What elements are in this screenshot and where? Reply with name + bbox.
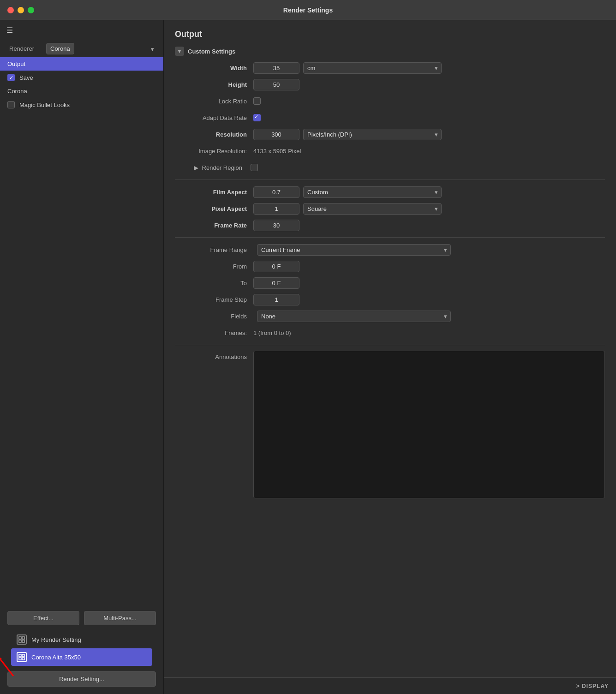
sidebar-item-magic-bullet-label: Magic Bullet Looks: [19, 102, 70, 108]
film-aspect-input[interactable]: [253, 186, 299, 198]
from-row: From: [175, 260, 605, 273]
from-label: From: [175, 263, 253, 270]
fields-row: Fields NoneEvenOdd: [175, 310, 605, 323]
multi-pass-button[interactable]: Multi-Pass...: [84, 611, 156, 625]
panel-title: Output: [175, 30, 605, 39]
menu-icon[interactable]: ☰: [0, 20, 163, 40]
custom-settings-header: ▼ Custom Settings: [175, 47, 605, 56]
render-region-row: ▶ Render Region: [175, 161, 605, 174]
resolution-unit-wrap: Pixels/Inch (DPI)Pixels/cm: [303, 129, 442, 140]
from-input[interactable]: [253, 261, 299, 272]
render-region-checkbox[interactable]: [251, 164, 258, 171]
frame-step-input[interactable]: [253, 294, 299, 305]
width-unit-select[interactable]: cmmmpxin: [303, 62, 442, 74]
width-row: Width cmmmpxin: [175, 61, 605, 74]
render-items-list: My Render Setting Corona Alta 35x50: [7, 631, 156, 666]
render-region-expand-placeholder: ▶ Render Region: [175, 164, 244, 171]
close-button[interactable]: [7, 7, 14, 13]
right-panel: Output ▼ Custom Settings Width cmmmpxin …: [164, 20, 616, 694]
height-row: Height: [175, 78, 605, 91]
width-unit-wrap: cmmmpxin: [303, 62, 442, 74]
display-button[interactable]: > DISPLAY: [576, 683, 609, 689]
effect-button[interactable]: Effect...: [7, 611, 79, 625]
svg-line-8: [0, 655, 13, 676]
svg-rect-1: [22, 637, 24, 639]
fields-select-wrap: NoneEvenOdd: [257, 311, 451, 322]
annotations-label: Annotations: [175, 351, 253, 360]
film-aspect-select-wrap: CustomHDTV35mm Academy: [303, 186, 442, 198]
image-resolution-row: Image Resolution: 4133 x 5905 Pixel: [175, 144, 605, 157]
fields-select[interactable]: NoneEvenOdd: [257, 311, 451, 322]
divider-2: [175, 237, 605, 238]
save-checkbox[interactable]: [7, 74, 15, 81]
pixel-aspect-select[interactable]: SquareD1/DV NTSC: [303, 203, 442, 215]
sidebar-item-output[interactable]: Output: [0, 57, 163, 71]
minimize-button[interactable]: [18, 7, 24, 13]
to-label: To: [175, 280, 253, 287]
sidebar: ☰ Renderer Corona Output Save Corona Mag…: [0, 20, 164, 694]
lock-ratio-checkbox[interactable]: [253, 97, 261, 105]
frames-label: Frames:: [175, 329, 253, 336]
adapt-data-rate-row: Adapt Data Rate: [175, 111, 605, 124]
resolution-unit-select[interactable]: Pixels/Inch (DPI)Pixels/cm: [303, 129, 442, 140]
render-region-label: Render Region: [202, 164, 242, 171]
renderer-select-wrap: Corona: [46, 43, 158, 54]
sidebar-item-save-label: Save: [19, 74, 33, 81]
annotations-row: Annotations: [175, 351, 605, 498]
sidebar-bottom: Effect... Multi-Pass... My Render Settin…: [0, 604, 163, 694]
frame-step-row: Frame Step: [175, 293, 605, 306]
frame-rate-row: Frame Rate: [175, 219, 605, 232]
magic-bullet-checkbox[interactable]: [7, 101, 15, 108]
frame-rate-input[interactable]: [253, 220, 299, 231]
sidebar-item-corona-label: Corona: [7, 88, 27, 95]
fields-label: Fields: [175, 313, 253, 320]
annotations-textarea[interactable]: [253, 351, 605, 498]
frames-value: 1 (from 0 to 0): [253, 329, 291, 336]
width-label: Width: [175, 65, 253, 72]
to-row: To: [175, 276, 605, 289]
frame-range-row: Frame Range Current FrameAll FramesPrevi…: [175, 243, 605, 256]
display-bar: > DISPLAY: [164, 677, 616, 694]
to-input[interactable]: [253, 277, 299, 289]
adapt-data-rate-checkbox[interactable]: [253, 114, 261, 121]
sidebar-item-magic-bullet[interactable]: Magic Bullet Looks: [0, 98, 163, 112]
render-setting-button[interactable]: Render Setting...: [7, 671, 156, 687]
sidebar-item-output-label: Output: [7, 60, 25, 67]
image-resolution-value: 4133 x 5905 Pixel: [253, 148, 301, 155]
width-input[interactable]: [253, 62, 299, 74]
lock-ratio-row: Lock Ratio: [175, 95, 605, 108]
resolution-input[interactable]: [253, 129, 299, 140]
height-input[interactable]: [253, 79, 299, 90]
frame-step-label: Frame Step: [175, 296, 253, 303]
bottom-buttons: Effect... Multi-Pass...: [7, 611, 156, 625]
resolution-label: Resolution: [175, 131, 253, 138]
renderer-select[interactable]: Corona: [46, 43, 74, 54]
divider-1: [175, 179, 605, 180]
film-aspect-label: Film Aspect: [175, 189, 253, 196]
maximize-button[interactable]: [28, 7, 34, 13]
image-resolution-label: Image Resolution:: [175, 148, 253, 155]
render-item-icon-my-render: [17, 634, 27, 645]
pixel-aspect-input[interactable]: [253, 203, 299, 215]
sidebar-item-corona[interactable]: Corona: [0, 84, 163, 98]
frame-range-select-wrap: Current FrameAll FramesPreview Range: [257, 244, 451, 256]
render-item-my-render[interactable]: My Render Setting: [11, 631, 152, 648]
renderer-row: Renderer Corona: [0, 40, 163, 57]
render-item-corona-alta[interactable]: Corona Alta 35x50: [11, 648, 152, 666]
render-item-corona-alta-label: Corona Alta 35x50: [31, 654, 81, 661]
pixel-aspect-label: Pixel Aspect: [175, 205, 253, 212]
svg-rect-0: [19, 637, 21, 639]
sidebar-item-save[interactable]: Save: [0, 71, 163, 84]
window-title: Render Settings: [283, 6, 333, 14]
collapse-button[interactable]: ▼: [175, 47, 184, 56]
film-aspect-select[interactable]: CustomHDTV35mm Academy: [303, 186, 442, 198]
expand-icon[interactable]: ▶: [194, 164, 198, 171]
svg-rect-3: [22, 640, 24, 642]
svg-rect-2: [19, 640, 21, 642]
lock-ratio-label: Lock Ratio: [175, 98, 253, 105]
frame-range-select[interactable]: Current FrameAll FramesPreview Range: [257, 244, 451, 256]
frame-range-label: Frame Range: [175, 246, 253, 253]
frame-rate-label: Frame Rate: [175, 222, 253, 229]
adapt-data-rate-label: Adapt Data Rate: [175, 114, 253, 121]
title-bar: Render Settings: [0, 0, 616, 20]
